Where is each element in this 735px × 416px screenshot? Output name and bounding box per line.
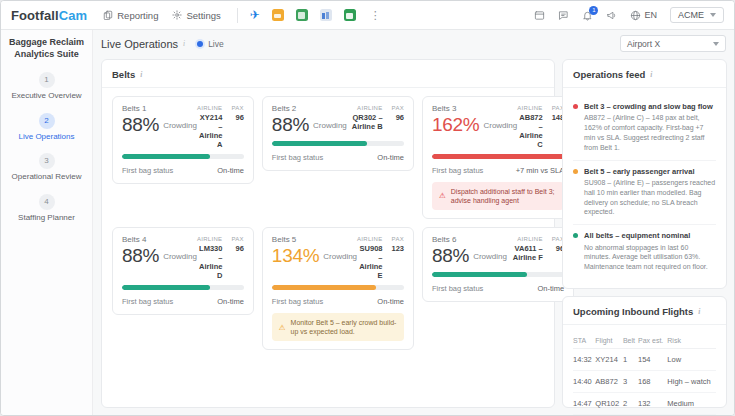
pax-column-label: PAX — [231, 105, 243, 111]
first-bag-status: On-time — [377, 153, 404, 162]
page-title: Live Operations — [101, 38, 178, 50]
live-label: Live — [208, 39, 224, 49]
column-header: STA — [573, 333, 595, 349]
nav-reporting[interactable]: Reporting — [103, 10, 158, 21]
flight-code: VA611 – Airline F — [507, 244, 543, 262]
info-icon[interactable]: i — [140, 70, 142, 79]
topbar-right: 1 EN ACME — [534, 7, 724, 23]
airline-column-label: AIRLINE — [357, 236, 382, 242]
crowding-value: 134% — [272, 245, 319, 267]
belt-name: Belts 4 — [122, 235, 197, 244]
announcement-icon[interactable] — [606, 10, 617, 21]
sidebar-title: Baggage Reclaim Analytics Suite — [5, 37, 88, 60]
pax-column-label: PAX — [231, 236, 243, 242]
first-bag-label: First bag status — [432, 166, 483, 175]
feed-item-title: Belt 5 – early passenger arrival — [584, 167, 716, 176]
operations-feed-title: Operations feed — [573, 69, 645, 80]
window-icon[interactable] — [534, 10, 545, 21]
chart-app-icon[interactable] — [320, 9, 332, 21]
first-bag-status: On-time — [217, 166, 244, 175]
language-selector[interactable]: EN — [630, 10, 657, 21]
tenant-selector[interactable]: ACME — [670, 7, 724, 23]
severity-dot-icon — [573, 104, 578, 109]
language-label: EN — [644, 10, 657, 20]
sidebar-steps: 1 Executive Overview 2 Live Operations 3… — [5, 72, 88, 223]
pax-column-label: PAX — [392, 105, 404, 111]
belt-card: Belts 6 88% Crowding AIRLINE — [422, 227, 574, 302]
belt-card: Belts 4 88% Crowding AIRLINE — [112, 227, 254, 315]
column-header: Flight — [595, 333, 623, 349]
reporting-icon — [103, 10, 113, 20]
flight-row: 14:40 AB872 3 168 High – watch — [573, 370, 716, 392]
sidebar-step[interactable]: 4 Staffing Planner — [5, 194, 88, 223]
risk-cell: High – watch — [667, 370, 716, 392]
upcoming-flights-header: Upcoming Inbound Flights i — [563, 306, 726, 325]
notification-badge: 1 — [589, 6, 598, 15]
feed-item: All belts – equipment nominal No abnorma… — [573, 225, 716, 279]
crowding-progress-fill — [272, 285, 376, 290]
grid-app-icon[interactable] — [296, 9, 308, 21]
pax-count: 123 — [392, 244, 405, 253]
info-icon[interactable]: i — [698, 307, 700, 316]
right-column: Operations feed i Belt 3 – crowding and … — [562, 59, 727, 408]
sidebar-step[interactable]: 3 Operational Review — [5, 153, 88, 182]
flight-code: AB872 – Airline C — [517, 113, 542, 149]
warning-icon: ⚠ — [439, 192, 446, 200]
column-header: Risk — [667, 333, 716, 349]
column-header: Belt — [623, 333, 638, 349]
crowding-progress-bar — [272, 141, 404, 146]
belt-grid: Belts 1 88% Crowding AIRLINE — [112, 96, 544, 350]
airline-column-label: AIRLINE — [197, 236, 222, 242]
calendar-app-icon[interactable] — [344, 9, 356, 21]
airline-column-label: AIRLINE — [197, 105, 222, 111]
flight-row: 14:47 QR102 2 132 Medium — [573, 392, 716, 414]
flights-table-header-row: STAFlightBeltPax est.Risk — [573, 333, 716, 349]
belt-name: Belts 3 — [432, 104, 517, 113]
belt-name: Belts 2 — [272, 104, 347, 113]
folder-app-icon[interactable] — [272, 9, 284, 21]
sidebar-step[interactable]: 2 Live Operations — [5, 113, 88, 142]
airplane-app-icon[interactable]: ✈ — [250, 9, 260, 21]
belt-alert-text: Monitor Belt 5 – early crowd build-up vs… — [291, 318, 397, 336]
crowding-value: 88% — [432, 245, 469, 267]
crowding-value: 162% — [432, 114, 479, 136]
upcoming-flights-title: Upcoming Inbound Flights — [573, 306, 693, 317]
notifications-bell-icon[interactable]: 1 — [582, 10, 593, 21]
airport-select[interactable]: Airport X — [620, 35, 726, 52]
belt-cell: 2 — [623, 392, 638, 414]
belt-card: Belts 3 162% Crowding AIRLINE — [422, 96, 574, 219]
flight-cell: QR102 — [595, 392, 623, 414]
risk-cell: Low — [667, 348, 716, 370]
sidebar-step[interactable]: 1 Executive Overview — [5, 72, 88, 101]
crowding-value: 88% — [122, 245, 159, 267]
more-apps-icon[interactable]: ⋮ — [370, 9, 381, 22]
first-bag-status: On-time — [538, 284, 565, 293]
crowding-label: Crowding — [163, 252, 197, 261]
belt-alert-banner: ⚠ Monitor Belt 5 – early crowd build-up … — [272, 313, 404, 341]
crowding-value: 88% — [272, 114, 309, 136]
info-icon[interactable]: i — [183, 39, 185, 48]
nav-settings[interactable]: Settings — [172, 10, 220, 21]
info-icon[interactable]: i — [650, 70, 652, 79]
step-label: Operational Review — [5, 172, 88, 182]
operations-feed-panel: Operations feed i Belt 3 – crowding and … — [562, 59, 727, 289]
belt-name: Belts 5 — [272, 235, 357, 244]
nav-reporting-label: Reporting — [117, 10, 158, 21]
step-number: 4 — [39, 194, 55, 210]
feedback-icon[interactable] — [558, 10, 569, 21]
crowding-progress-bar — [432, 154, 564, 159]
pax-count: 96 — [392, 113, 404, 122]
flight-cell: AB872 — [595, 370, 623, 392]
step-number: 2 — [39, 113, 55, 129]
app-launcher-icons: ✈ ⋮ — [250, 9, 381, 22]
chevron-down-icon — [710, 13, 716, 17]
crowding-progress-bar — [122, 154, 244, 159]
flight-code: SU908 – Airline E — [357, 244, 382, 280]
app-window: FootfallCam Reporting Settings ✈ ⋮ — [0, 0, 735, 416]
crowding-progress-fill — [122, 285, 210, 290]
step-label: Executive Overview — [5, 91, 88, 101]
globe-icon — [630, 10, 641, 21]
live-toggle[interactable]: Live — [197, 39, 224, 49]
sta-cell: 14:32 — [573, 348, 595, 370]
feed-item-title: Belt 3 – crowding and slow bag flow — [584, 102, 716, 111]
